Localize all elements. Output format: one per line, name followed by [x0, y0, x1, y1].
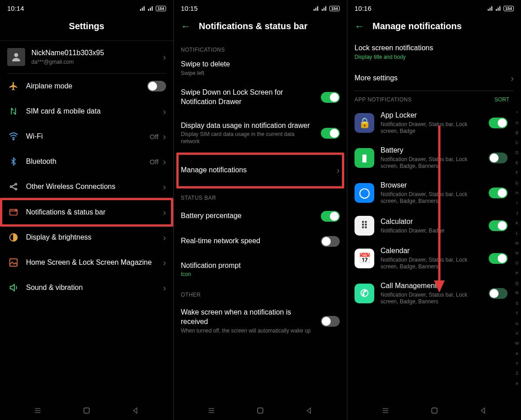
sim-row[interactable]: SIM card & mobile data ›: [0, 99, 173, 124]
home-lock-row[interactable]: Home Screen & Lock Screen Magazine ›: [0, 250, 173, 275]
nav-recent-button[interactable]: [380, 405, 391, 416]
svg-rect-13: [432, 408, 437, 413]
sound-row[interactable]: Sound & vibration ›: [0, 275, 173, 300]
alpha-letter[interactable]: P: [514, 271, 520, 276]
display-row[interactable]: Display & brightness ›: [0, 225, 173, 250]
signal-icon-2: [321, 6, 328, 11]
wifi-row[interactable]: Wi-Fi Off›: [0, 124, 173, 149]
notification-prompt-row[interactable]: Notification prompt Icon: [174, 254, 347, 285]
magazine-icon: [7, 258, 20, 267]
alpha-letter[interactable]: U: [514, 321, 520, 326]
alpha-letter[interactable]: X: [514, 351, 520, 356]
status-bar: 10:15 154: [174, 0, 347, 15]
alpha-letter[interactable]: N: [514, 251, 520, 255]
wake-screen-row[interactable]: Wake screen when a notification is recei…: [174, 301, 347, 336]
app-row[interactable]: ✆Call ManagementNotification Drawer, Sta…: [347, 276, 521, 311]
alpha-letter[interactable]: F: [514, 171, 520, 175]
bluetooth-row[interactable]: Bluetooth Off›: [0, 149, 173, 174]
app-icon: ◯: [355, 183, 374, 203]
alpha-letter[interactable]: Z: [514, 371, 520, 376]
app-name: Battery: [381, 146, 482, 155]
alpha-letter[interactable]: B: [514, 131, 520, 135]
nav-recent-button[interactable]: [206, 405, 217, 416]
app-toggle[interactable]: [489, 188, 508, 198]
alpha-letter[interactable]: M: [514, 241, 520, 245]
app-toggle[interactable]: [489, 253, 508, 264]
app-toggle[interactable]: [489, 288, 508, 299]
data-usage-toggle[interactable]: [321, 128, 340, 139]
alpha-letter[interactable]: S: [514, 301, 520, 306]
app-row[interactable]: 🔒App LockerNotification Drawer, Status b…: [347, 105, 521, 140]
status-bar: 10:14 154: [0, 0, 173, 15]
alpha-letter[interactable]: T: [514, 311, 520, 315]
chevron-right-icon: ›: [163, 157, 166, 167]
app-toggle[interactable]: [489, 118, 508, 128]
app-row[interactable]: ▮BatteryNotification Drawer, Status bar,…: [347, 140, 521, 175]
alpha-letter[interactable]: D: [514, 150, 520, 155]
app-sub: Notification Drawer, Status bar, Lock sc…: [381, 191, 482, 205]
nav-home-button[interactable]: [429, 405, 440, 416]
nav-recent-button[interactable]: [32, 405, 44, 416]
swipe-down-row[interactable]: Swipe Down on Lock Screen for Notificati…: [174, 81, 347, 114]
alpha-letter[interactable]: H: [514, 191, 520, 195]
battery-percentage-row[interactable]: Battery percentage: [174, 204, 347, 229]
alpha-letter[interactable]: V: [514, 331, 520, 336]
screen-header: Settings: [0, 15, 173, 40]
swipe-delete-row[interactable]: Swipe to delete Swipe left: [174, 56, 347, 81]
alpha-letter[interactable]: Y: [514, 361, 520, 366]
alpha-letter[interactable]: L: [514, 231, 520, 235]
alpha-letter[interactable]: G: [514, 181, 520, 185]
notifications-status-bar-row[interactable]: Notifications & status bar ›: [0, 200, 173, 225]
back-button[interactable]: ←: [355, 22, 364, 31]
swipe-down-toggle[interactable]: [321, 92, 340, 103]
airplane-mode-row[interactable]: Airplane mode: [0, 74, 173, 99]
airplane-toggle[interactable]: [147, 81, 166, 92]
alpha-letter[interactable]: K: [514, 221, 520, 225]
clock: 10:14: [7, 4, 24, 12]
alpha-index-bar[interactable]: *ABCDEFGHIJKLMNOPQRSTUVWXYZ#: [514, 108, 520, 389]
alpha-letter[interactable]: #: [514, 381, 520, 386]
app-sub: Notification Drawer, Status bar, Lock sc…: [381, 121, 482, 135]
app-icon: 🔒: [355, 113, 374, 133]
network-speed-row[interactable]: Real-time network speed: [174, 229, 347, 254]
alpha-letter[interactable]: E: [514, 161, 520, 165]
data-usage-row[interactable]: Display data usage in notification drawe…: [174, 114, 347, 153]
app-row[interactable]: ⠿CalculatorNotification Drawer, Badge: [347, 210, 521, 241]
alpha-letter[interactable]: W: [514, 341, 520, 346]
nav-back-button[interactable]: [303, 405, 315, 416]
manage-notifications-row[interactable]: Manage notifications ›: [174, 153, 347, 188]
screen-header: ← Notifications & status bar: [174, 15, 347, 40]
wake-screen-toggle[interactable]: [321, 316, 340, 327]
app-toggle[interactable]: [489, 220, 508, 231]
app-name: App Locker: [381, 111, 482, 120]
alpha-letter[interactable]: A: [514, 120, 520, 125]
nav-home-button[interactable]: [81, 405, 92, 416]
chevron-right-icon: ›: [163, 106, 166, 117]
app-toggle[interactable]: [489, 153, 508, 163]
alpha-letter[interactable]: I: [514, 201, 520, 205]
nav-home-button[interactable]: [254, 405, 266, 416]
profile-row[interactable]: NickName011b303x95 da***@gmail.com ›: [0, 41, 173, 73]
chevron-right-icon: ›: [163, 182, 166, 192]
wifi-label: Wi-Fi: [26, 132, 144, 141]
alpha-letter[interactable]: Q: [514, 281, 520, 285]
alpha-letter[interactable]: O: [514, 261, 520, 265]
other-wireless-row[interactable]: Other Wireless Connections ›: [0, 174, 173, 199]
back-button[interactable]: ←: [181, 22, 191, 31]
alpha-letter[interactable]: C: [514, 140, 520, 145]
app-row[interactable]: ◯BrowserNotification Drawer, Status bar,…: [347, 175, 521, 210]
sort-button[interactable]: SORT: [495, 96, 509, 103]
nav-back-button[interactable]: [477, 405, 489, 416]
app-name: Call Management: [381, 281, 482, 291]
network-speed-label: Real-time network speed: [181, 236, 315, 246]
alpha-letter[interactable]: J: [514, 211, 520, 215]
app-row[interactable]: 📅CalendarNotification Drawer, Status bar…: [347, 241, 521, 276]
nav-back-button[interactable]: [130, 405, 141, 416]
alpha-letter[interactable]: *: [514, 110, 520, 115]
app-name: Calendar: [381, 246, 482, 256]
more-settings-row[interactable]: More settings ›: [347, 66, 521, 91]
battery-percentage-toggle[interactable]: [321, 211, 340, 222]
alpha-letter[interactable]: R: [514, 291, 520, 295]
network-speed-toggle[interactable]: [321, 236, 340, 247]
lock-screen-notifications-row[interactable]: Lock screen notifications Display title …: [347, 40, 521, 66]
